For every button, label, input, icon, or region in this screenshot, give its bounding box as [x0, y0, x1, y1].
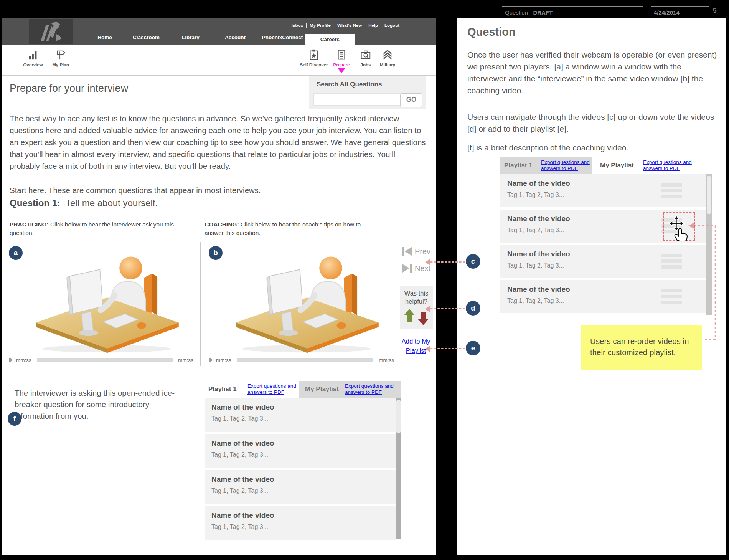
annotation-paragraph: Once the user has verified their webcam … — [467, 49, 721, 96]
nav-account[interactable]: Account — [210, 35, 260, 40]
export-pdf-link[interactable]: Export questions and answers to PDF — [247, 383, 308, 395]
subnav-military[interactable]: Military — [369, 48, 406, 67]
drag-handle[interactable] — [661, 183, 682, 200]
coaching-caption: COACHING: Click below to hear the coach’… — [205, 220, 369, 237]
playlist-widget: Playlist 1 Export questions and answers … — [205, 381, 401, 539]
nav-phoenixconnect[interactable]: PhoenixConnect — [257, 35, 307, 40]
playlist-row[interactable]: Name of the video Tag 1, Tag 2, Tag 3... — [205, 434, 396, 468]
export-pdf-link[interactable]: Export questions and answers to PDF — [541, 159, 602, 172]
doc-title: Question - DRAFT — [505, 9, 553, 16]
playlist-rows: Name of the video Tag 1, Tag 2, Tag 3...… — [500, 174, 706, 315]
doc-page-number: 5 — [713, 7, 716, 15]
callout-arrow-d — [427, 308, 465, 309]
site-header: InboxMy ProfileWhat’s NewHelpLogout Home… — [2, 18, 436, 45]
practicing-video-player[interactable]: a mm:ss mm:ss — [5, 242, 201, 366]
site-mockup-panel: InboxMy ProfileWhat’s NewHelpLogout Home… — [2, 18, 436, 555]
annotation-paragraph: Users can navigate through the videos [c… — [467, 111, 721, 135]
search-go-button[interactable]: GO — [400, 93, 422, 107]
tab-playlist-1[interactable]: Playlist 1 — [208, 385, 237, 393]
playlist-row[interactable]: Name of the video Tag 1, Tag 2, Tag 3... — [205, 398, 396, 432]
video-a-player-bar: mm:ss mm:ss — [5, 354, 200, 366]
playlist-tabs: Playlist 1 Export questions and answers … — [205, 381, 401, 398]
upvote-icon[interactable] — [404, 308, 415, 323]
callout-badge-f: f — [8, 412, 21, 426]
scrollbar-track[interactable] — [396, 398, 401, 539]
callout-badge-a: a — [9, 246, 23, 260]
play-icon[interactable] — [209, 357, 213, 363]
scrollbar-thumb[interactable] — [707, 176, 711, 214]
playlist-row[interactable]: Name of the video Tag 1, Tag 2, Tag 3... — [500, 280, 706, 313]
playlist-row[interactable]: Name of the video Tag 1, Tag 2, Tag 3... — [205, 506, 396, 540]
coach-illustration — [213, 244, 393, 354]
tab-playlist-1[interactable]: Playlist 1 — [504, 162, 533, 169]
callout-badge-d: d — [466, 301, 480, 316]
nav-classroom[interactable]: Classroom — [121, 35, 171, 40]
search-all-questions-box: Search All Questions GO — [309, 76, 426, 109]
question-number: Question 1: — [10, 198, 60, 208]
question-text: Tell me about yourself. — [66, 198, 158, 208]
signpost-icon — [42, 48, 79, 62]
helpful-question: Was this helpful? — [400, 286, 433, 306]
playlist-rows: Name of the video Tag 1, Tag 2, Tag 3...… — [205, 398, 396, 539]
coaching-video-player[interactable]: b mm:ss mm:ss — [205, 242, 401, 366]
prepare-pointer-caret — [337, 68, 346, 73]
callout-arrow-c — [427, 261, 465, 263]
doc-date: 4/24/2014 — [654, 9, 680, 16]
utility-link-inbox[interactable]: Inbox — [288, 23, 307, 28]
phoenix-logo[interactable] — [29, 19, 73, 44]
downvote-icon[interactable] — [417, 311, 429, 326]
annotation-heading: Question — [467, 26, 516, 38]
total-time: mm:ss — [178, 357, 193, 363]
export-pdf-link[interactable]: Export questions and answers to PDF — [345, 383, 406, 395]
utility-link-logout[interactable]: Logout — [381, 23, 402, 28]
interviewer-illustration — [13, 244, 193, 354]
elapsed-time: mm:ss — [16, 357, 31, 363]
phoenix-bird-icon — [29, 19, 73, 44]
tab-my-playlist[interactable]: My Playlist — [305, 385, 339, 393]
subnav-my-plan[interactable]: My Plan — [42, 48, 79, 67]
doc-header-rule — [651, 6, 709, 7]
callout-badge-c: c — [466, 254, 480, 269]
move-cursor-icon — [665, 215, 689, 243]
export-pdf-link[interactable]: Export questions and answers to PDF — [643, 159, 704, 172]
playlist-reorder-mockup: Playlist 1 Export questions and answers … — [500, 157, 712, 315]
play-icon[interactable] — [9, 357, 13, 363]
search-title: Search All Questions — [317, 81, 382, 88]
elapsed-time: mm:ss — [216, 357, 231, 363]
drag-handle[interactable] — [661, 289, 682, 306]
nav-careers-active-tab[interactable]: Careers — [305, 34, 355, 45]
utility-nav: InboxMy ProfileWhat’s NewHelpLogout — [288, 23, 402, 28]
utility-link-my-profile[interactable]: My Profile — [307, 23, 334, 28]
progress-bar[interactable] — [37, 358, 173, 362]
utility-link-whats-new[interactable]: What’s New — [334, 23, 365, 28]
utility-link-help[interactable]: Help — [365, 23, 381, 28]
annotation-panel: Question Once the user has verified thei… — [457, 18, 726, 555]
progress-bar[interactable] — [237, 358, 374, 362]
tab-my-playlist[interactable]: My Playlist — [600, 162, 634, 169]
callout-badge-b: b — [209, 246, 223, 260]
drag-handle[interactable] — [661, 254, 682, 271]
playlist-row[interactable]: Name of the video Tag 1, Tag 2, Tag 3... — [500, 174, 706, 207]
callout-badge-e: e — [466, 341, 480, 355]
video-description: The interviewer is asking this open-ende… — [15, 387, 176, 422]
practicing-caption: PRACTICING: Click below to hear the inte… — [10, 220, 184, 237]
playlist-tabs: Playlist 1 Export questions and answers … — [500, 157, 712, 174]
sticky-note: Users can re-order videos in their custo… — [581, 325, 702, 370]
search-input[interactable] — [313, 93, 400, 106]
page-title: Prepare for your interview — [10, 83, 128, 94]
annotation-paragraph: [f] is a brief description of the coachi… — [467, 142, 721, 154]
skip-previous-icon — [401, 246, 413, 257]
prev-button[interactable]: Prev — [401, 246, 430, 257]
playlist-row[interactable]: Name of the video Tag 1, Tag 2, Tag 3... — [205, 470, 396, 504]
scrollbar-thumb[interactable] — [396, 400, 401, 433]
nav-library[interactable]: Library — [166, 35, 216, 40]
intro-paragraph: The best way to ace any test is to know … — [10, 112, 427, 172]
military-chevrons-icon — [369, 48, 406, 62]
total-time: mm:ss — [379, 357, 394, 363]
callout-arrow-e — [427, 348, 465, 349]
video-b-player-bar: mm:ss mm:ss — [205, 354, 401, 366]
careers-subnav: Overview My Plan Self Discover Prepare J… — [2, 45, 436, 76]
scrollbar-track[interactable] — [706, 174, 712, 315]
question-heading: Question 1:Tell me about yourself. — [10, 198, 158, 208]
playlist-row[interactable]: Name of the video Tag 1, Tag 2, Tag 3... — [500, 245, 706, 278]
